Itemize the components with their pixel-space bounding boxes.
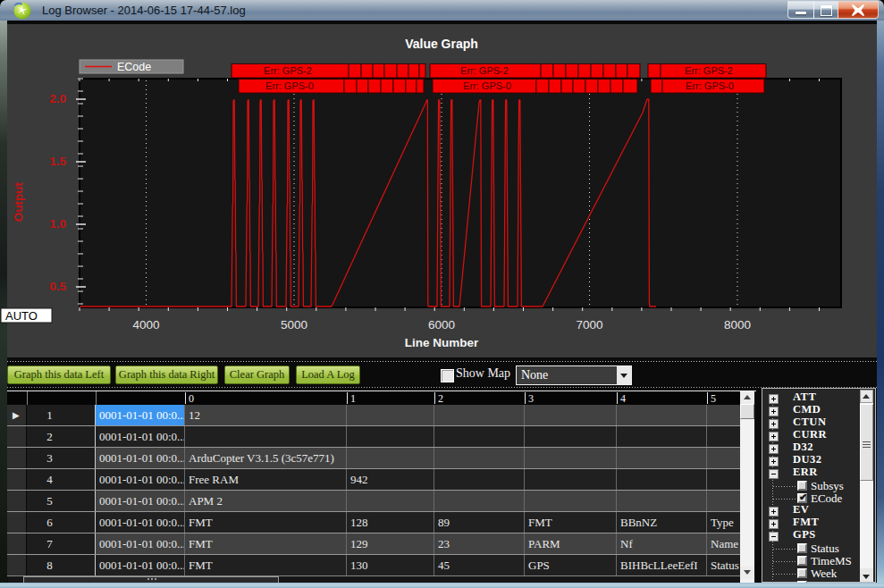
svg-text:AUTO: AUTO xyxy=(5,309,38,323)
svg-text:4000: 4000 xyxy=(132,318,159,332)
svg-text:Err: GPS-2: Err: GPS-2 xyxy=(264,65,312,76)
svg-text:Err: GPS-0: Err: GPS-0 xyxy=(463,80,511,91)
svg-text:7000: 7000 xyxy=(576,318,602,332)
svg-text:Value Graph: Value Graph xyxy=(405,37,478,51)
svg-text:Output: Output xyxy=(12,181,25,222)
svg-text:0.5: 0.5 xyxy=(49,280,66,293)
svg-text:1.5: 1.5 xyxy=(49,155,66,168)
svg-text:8000: 8000 xyxy=(724,318,751,332)
svg-text:5000: 5000 xyxy=(281,318,307,332)
svg-text:ECode: ECode xyxy=(117,61,151,73)
svg-text:Line Number: Line Number xyxy=(405,336,479,349)
svg-text:1.0: 1.0 xyxy=(49,217,66,231)
svg-text:6000: 6000 xyxy=(428,318,455,332)
svg-text:Err: GPS-0: Err: GPS-0 xyxy=(265,80,314,91)
svg-text:Err: GPS-2: Err: GPS-2 xyxy=(460,65,509,76)
svg-text:Err: GPS-0: Err: GPS-0 xyxy=(686,80,734,91)
svg-text:2.0: 2.0 xyxy=(49,92,66,105)
svg-text:Err: GPS-2: Err: GPS-2 xyxy=(685,65,733,76)
